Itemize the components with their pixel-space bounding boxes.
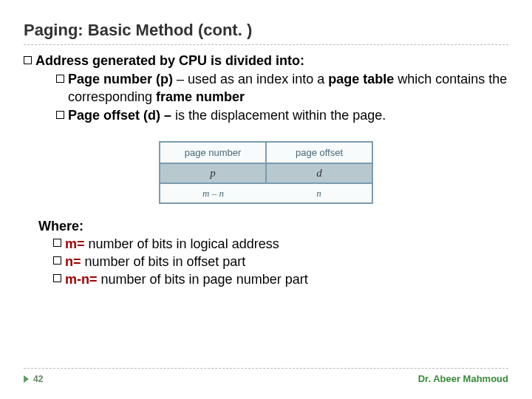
bold-seg: frame number [156, 89, 245, 104]
sub-bullet-page-offset: Page offset (d) – is the displacement wi… [56, 107, 508, 124]
var-m-n: m-n= [65, 272, 101, 287]
title-divider [24, 44, 508, 45]
where-block: Where: m= number of bits in logical addr… [38, 217, 508, 289]
text-seg: is the displacement within the page. [175, 108, 386, 123]
slide-container: Paging: Basic Method (cont. ) Address ge… [0, 0, 532, 399]
bullet-text: Address generated by CPU is divided into… [35, 52, 508, 125]
header-page-number: page number [160, 143, 267, 164]
diagram-body-row: p d [160, 164, 372, 184]
footer-divider [24, 368, 508, 369]
bold-seg: number (p) [100, 72, 173, 86]
bullet-address: Address generated by CPU is divided into… [24, 52, 508, 125]
var-n: n= [65, 254, 85, 269]
sub-bullet-page-number: Page number (p) – used as an index into … [56, 71, 508, 106]
bold-seg: offset (d) – [100, 108, 175, 123]
footer-row: 42 Dr. Abeer Mahmoud [24, 373, 508, 384]
slide-footer: 42 Dr. Abeer Mahmoud [24, 368, 508, 384]
square-bullet-icon [56, 111, 64, 119]
desc: number of bits in offset part [85, 254, 246, 269]
where-text: m-n= number of bits in page number part [65, 270, 308, 288]
header-page-offset: page offset [267, 143, 372, 164]
square-bullet-icon [53, 274, 61, 282]
text-seg: – used as an index into a [173, 72, 328, 86]
cell-d: d [267, 164, 372, 184]
where-item-m: m= number of bits in logical address [53, 235, 508, 253]
where-text: m= number of bits in logical address [65, 235, 279, 253]
desc: number of bits in logical address [89, 236, 279, 251]
diagram-container: page number page offset p d m – n n [24, 141, 508, 204]
author-name: Dr. Abeer Mahmoud [418, 373, 508, 384]
lead-word: Address [35, 53, 89, 68]
slide-title: Paging: Basic Method (cont. ) [24, 21, 508, 40]
where-label: Where: [38, 217, 508, 235]
page-number: 42 [33, 374, 43, 384]
foot-m-n: m – n [160, 184, 266, 202]
desc: number of bits in page number part [101, 272, 308, 287]
diagram-header-row: page number page offset [160, 143, 372, 164]
bullet-text: Page offset (d) – is the displacement wi… [68, 107, 508, 124]
triangle-icon [24, 375, 29, 383]
cell-p: p [160, 164, 267, 184]
where-item-m-n: m-n= number of bits in page number part [53, 270, 508, 288]
where-item-n: n= number of bits in offset part [53, 253, 508, 270]
square-bullet-icon [53, 239, 61, 247]
diagram-footer-row: m – n n [160, 184, 372, 202]
lead-word: Page [68, 108, 100, 123]
square-bullet-icon [24, 56, 32, 64]
bullet-text: Page number (p) – used as an index into … [68, 71, 508, 106]
where-text: n= number of bits in offset part [65, 253, 245, 270]
var-m: m= [65, 236, 89, 251]
rest-text: generated by CPU is divided into: [89, 53, 304, 68]
lead-word: Page [68, 72, 100, 86]
content-block: Address generated by CPU is divided into… [24, 52, 508, 125]
page-number-block: 42 [24, 374, 43, 384]
bold-seg: page table [328, 72, 394, 86]
foot-n: n [266, 184, 372, 202]
square-bullet-icon [56, 75, 64, 83]
address-diagram: page number page offset p d m – n n [159, 141, 373, 204]
square-bullet-icon [53, 256, 61, 265]
